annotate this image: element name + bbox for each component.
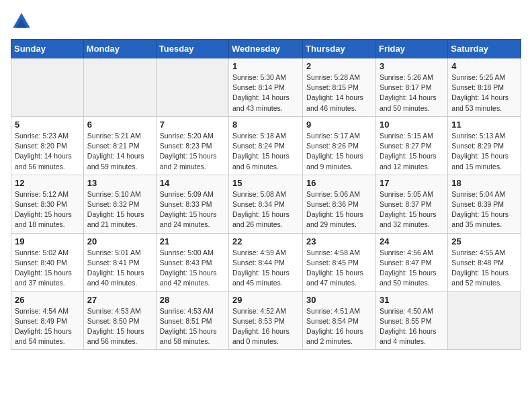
day-cell: 4Sunrise: 5:25 AM Sunset: 8:18 PM Daylig… xyxy=(448,58,521,117)
day-info: Sunrise: 5:23 AM Sunset: 8:20 PM Dayligh… xyxy=(15,131,80,172)
day-number: 29 xyxy=(232,295,299,305)
day-number: 1 xyxy=(232,61,299,71)
header-cell-tuesday: Tuesday xyxy=(156,40,228,58)
day-info: Sunrise: 5:09 AM Sunset: 8:33 PM Dayligh… xyxy=(160,189,225,230)
day-info: Sunrise: 5:04 AM Sunset: 8:39 PM Dayligh… xyxy=(451,189,517,230)
day-cell: 29Sunrise: 4:52 AM Sunset: 8:53 PM Dayli… xyxy=(229,291,303,350)
day-cell: 14Sunrise: 5:09 AM Sunset: 8:33 PM Dayli… xyxy=(156,175,228,233)
day-number: 5 xyxy=(15,120,80,130)
day-number: 17 xyxy=(380,178,444,188)
day-cell xyxy=(83,58,156,117)
day-number: 16 xyxy=(306,178,372,188)
day-info: Sunrise: 4:51 AM Sunset: 8:54 PM Dayligh… xyxy=(306,306,372,347)
day-cell xyxy=(156,58,228,117)
day-info: Sunrise: 4:54 AM Sunset: 8:49 PM Dayligh… xyxy=(15,306,80,347)
day-info: Sunrise: 4:53 AM Sunset: 8:51 PM Dayligh… xyxy=(160,306,225,347)
day-number: 24 xyxy=(380,236,444,246)
day-number: 14 xyxy=(160,178,225,188)
day-info: Sunrise: 4:55 AM Sunset: 8:48 PM Dayligh… xyxy=(451,248,517,289)
day-info: Sunrise: 5:02 AM Sunset: 8:40 PM Dayligh… xyxy=(15,248,80,289)
header-row: SundayMondayTuesdayWednesdayThursdayFrid… xyxy=(11,40,521,58)
day-cell xyxy=(448,291,521,350)
header-cell-saturday: Saturday xyxy=(448,40,521,58)
header-cell-thursday: Thursday xyxy=(303,40,376,58)
day-cell: 22Sunrise: 4:59 AM Sunset: 8:44 PM Dayli… xyxy=(229,233,303,291)
day-info: Sunrise: 4:50 AM Sunset: 8:55 PM Dayligh… xyxy=(380,306,444,347)
header-cell-monday: Monday xyxy=(83,40,156,58)
day-cell: 18Sunrise: 5:04 AM Sunset: 8:39 PM Dayli… xyxy=(448,175,521,233)
day-info: Sunrise: 5:30 AM Sunset: 8:14 PM Dayligh… xyxy=(232,73,299,113)
day-info: Sunrise: 5:00 AM Sunset: 8:43 PM Dayligh… xyxy=(160,248,225,289)
day-cell: 16Sunrise: 5:06 AM Sunset: 8:36 PM Dayli… xyxy=(303,175,376,233)
day-info: Sunrise: 4:56 AM Sunset: 8:47 PM Dayligh… xyxy=(380,248,444,289)
day-info: Sunrise: 5:12 AM Sunset: 8:30 PM Dayligh… xyxy=(15,189,80,230)
calendar-table: SundayMondayTuesdayWednesdayThursdayFrid… xyxy=(11,39,521,350)
day-info: Sunrise: 5:05 AM Sunset: 8:37 PM Dayligh… xyxy=(380,189,444,230)
day-info: Sunrise: 5:18 AM Sunset: 8:24 PM Dayligh… xyxy=(232,131,299,172)
header-cell-friday: Friday xyxy=(375,40,447,58)
day-info: Sunrise: 5:28 AM Sunset: 8:15 PM Dayligh… xyxy=(306,73,372,113)
week-row-2: 5Sunrise: 5:23 AM Sunset: 8:20 PM Daylig… xyxy=(11,116,521,175)
day-number: 2 xyxy=(306,61,372,71)
day-cell: 15Sunrise: 5:08 AM Sunset: 8:34 PM Dayli… xyxy=(229,175,303,233)
week-row-4: 19Sunrise: 5:02 AM Sunset: 8:40 PM Dayli… xyxy=(11,233,521,291)
day-cell: 19Sunrise: 5:02 AM Sunset: 8:40 PM Dayli… xyxy=(11,233,84,291)
day-info: Sunrise: 5:08 AM Sunset: 8:34 PM Dayligh… xyxy=(232,189,299,230)
day-number: 4 xyxy=(451,61,517,71)
day-number: 13 xyxy=(87,178,152,188)
calendar-body: 1Sunrise: 5:30 AM Sunset: 8:14 PM Daylig… xyxy=(11,58,521,350)
day-cell: 6Sunrise: 5:21 AM Sunset: 8:21 PM Daylig… xyxy=(83,116,156,175)
day-number: 21 xyxy=(160,236,225,246)
day-cell: 21Sunrise: 5:00 AM Sunset: 8:43 PM Dayli… xyxy=(156,233,228,291)
day-number: 12 xyxy=(15,178,80,188)
day-number: 10 xyxy=(380,120,444,130)
day-info: Sunrise: 5:10 AM Sunset: 8:32 PM Dayligh… xyxy=(87,189,152,230)
day-info: Sunrise: 5:21 AM Sunset: 8:21 PM Dayligh… xyxy=(87,131,152,172)
day-number: 28 xyxy=(160,295,225,305)
day-number: 8 xyxy=(232,120,299,130)
week-row-3: 12Sunrise: 5:12 AM Sunset: 8:30 PM Dayli… xyxy=(11,175,521,233)
day-cell: 27Sunrise: 4:53 AM Sunset: 8:50 PM Dayli… xyxy=(83,291,156,350)
day-cell: 8Sunrise: 5:18 AM Sunset: 8:24 PM Daylig… xyxy=(229,116,303,175)
day-cell: 10Sunrise: 5:15 AM Sunset: 8:27 PM Dayli… xyxy=(375,116,447,175)
logo-icon xyxy=(11,11,32,32)
day-number: 30 xyxy=(306,295,372,305)
day-number: 23 xyxy=(306,236,372,246)
day-cell: 11Sunrise: 5:13 AM Sunset: 8:29 PM Dayli… xyxy=(448,116,521,175)
day-number: 11 xyxy=(451,120,517,130)
day-info: Sunrise: 5:20 AM Sunset: 8:23 PM Dayligh… xyxy=(160,131,225,172)
page-header xyxy=(11,11,521,32)
calendar-header: SundayMondayTuesdayWednesdayThursdayFrid… xyxy=(11,40,521,58)
day-info: Sunrise: 5:26 AM Sunset: 8:17 PM Dayligh… xyxy=(380,73,444,113)
day-cell xyxy=(11,58,84,117)
day-number: 9 xyxy=(306,120,372,130)
day-cell: 30Sunrise: 4:51 AM Sunset: 8:54 PM Dayli… xyxy=(303,291,376,350)
day-number: 19 xyxy=(15,236,80,246)
day-number: 25 xyxy=(451,236,517,246)
day-info: Sunrise: 5:17 AM Sunset: 8:26 PM Dayligh… xyxy=(306,131,372,172)
week-row-5: 26Sunrise: 4:54 AM Sunset: 8:49 PM Dayli… xyxy=(11,291,521,350)
day-info: Sunrise: 5:25 AM Sunset: 8:18 PM Dayligh… xyxy=(451,73,517,113)
header-cell-sunday: Sunday xyxy=(11,40,84,58)
day-number: 3 xyxy=(380,61,444,71)
day-cell: 24Sunrise: 4:56 AM Sunset: 8:47 PM Dayli… xyxy=(375,233,447,291)
day-cell: 26Sunrise: 4:54 AM Sunset: 8:49 PM Dayli… xyxy=(11,291,84,350)
header-cell-wednesday: Wednesday xyxy=(229,40,303,58)
day-cell: 23Sunrise: 4:58 AM Sunset: 8:45 PM Dayli… xyxy=(303,233,376,291)
day-info: Sunrise: 5:13 AM Sunset: 8:29 PM Dayligh… xyxy=(451,131,517,172)
day-cell: 13Sunrise: 5:10 AM Sunset: 8:32 PM Dayli… xyxy=(83,175,156,233)
day-cell: 20Sunrise: 5:01 AM Sunset: 8:41 PM Dayli… xyxy=(83,233,156,291)
day-info: Sunrise: 5:01 AM Sunset: 8:41 PM Dayligh… xyxy=(87,248,152,289)
day-number: 15 xyxy=(232,178,299,188)
day-cell: 1Sunrise: 5:30 AM Sunset: 8:14 PM Daylig… xyxy=(229,58,303,117)
day-cell: 5Sunrise: 5:23 AM Sunset: 8:20 PM Daylig… xyxy=(11,116,84,175)
day-cell: 9Sunrise: 5:17 AM Sunset: 8:26 PM Daylig… xyxy=(303,116,376,175)
day-number: 7 xyxy=(160,120,225,130)
day-cell: 17Sunrise: 5:05 AM Sunset: 8:37 PM Dayli… xyxy=(375,175,447,233)
day-cell: 25Sunrise: 4:55 AM Sunset: 8:48 PM Dayli… xyxy=(448,233,521,291)
day-cell: 31Sunrise: 4:50 AM Sunset: 8:55 PM Dayli… xyxy=(375,291,447,350)
day-info: Sunrise: 5:15 AM Sunset: 8:27 PM Dayligh… xyxy=(380,131,444,172)
day-cell: 28Sunrise: 4:53 AM Sunset: 8:51 PM Dayli… xyxy=(156,291,228,350)
day-number: 27 xyxy=(87,295,152,305)
day-number: 6 xyxy=(87,120,152,130)
